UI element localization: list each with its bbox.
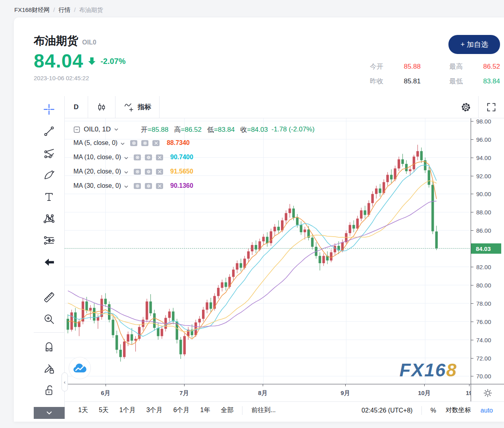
chart-style-button[interactable] <box>88 96 115 118</box>
range-button[interactable]: 1天 <box>78 406 88 415</box>
chevron-down-icon[interactable] <box>124 168 128 175</box>
time-axis-label: 7月 <box>179 389 189 397</box>
ma-settings-icon[interactable] <box>145 169 152 175</box>
goto-date-button[interactable]: 前往到... <box>251 406 275 415</box>
price-axis-label: 80.00 <box>471 281 491 289</box>
gear-icon <box>460 101 472 113</box>
ma-visibility-icon[interactable] <box>130 140 137 146</box>
brush-tool[interactable] <box>42 168 56 181</box>
breadcrumb-item[interactable]: 行情 <box>58 6 70 13</box>
legend-symbol[interactable]: OIL0, 1D <box>84 125 111 133</box>
measure-tool[interactable] <box>42 290 56 304</box>
chart-plot[interactable]: OIL0, 1D 开=85.88高=86.52低=83.84收=84.03 -1… <box>65 118 471 384</box>
crosshair-tool[interactable] <box>42 102 56 116</box>
interval-button[interactable]: D <box>65 96 88 118</box>
time-tick-mark <box>263 384 263 386</box>
range-button[interactable]: 1个月 <box>119 406 136 415</box>
price-axis-label: 74.00 <box>471 336 491 343</box>
tick-mark <box>471 158 473 158</box>
price-axis-label: 70.00 <box>471 372 491 380</box>
ma-label: MA (10, close, 0) <box>73 154 121 161</box>
pattern-tool[interactable] <box>42 212 56 225</box>
ma-remove-icon[interactable] <box>156 169 163 175</box>
chevron-down-icon[interactable] <box>114 128 118 131</box>
ma-visibility-icon[interactable] <box>134 169 141 175</box>
price-axis-label: 98.00 <box>471 118 491 125</box>
collapse-tab-button[interactable]: ‹ <box>62 372 68 391</box>
ma-settings-icon[interactable] <box>141 140 148 146</box>
chevron-down-icon[interactable] <box>124 183 128 190</box>
ma-value: 90.1360 <box>170 182 193 189</box>
range-button[interactable]: 5天 <box>99 406 109 415</box>
price-axis[interactable]: 84.03 98.0096.0094.0092.0090.0088.0086.0… <box>471 118 504 384</box>
trend-line-tool[interactable] <box>42 124 56 138</box>
tick-text: 70.00 <box>476 373 491 380</box>
ma-settings-icon[interactable] <box>145 183 152 189</box>
tick-text: 88.00 <box>476 209 491 216</box>
range-button[interactable]: 全部 <box>221 406 233 415</box>
stat-label: 昨收 <box>370 77 383 86</box>
ma-remove-icon[interactable] <box>152 140 160 146</box>
indicators-button[interactable]: 指标 <box>115 96 159 118</box>
zoom-in-tool[interactable] <box>42 312 56 326</box>
breadcrumb: FX168财经网/行情/布油期货 <box>0 0 504 17</box>
range-button[interactable]: 6个月 <box>173 406 190 415</box>
drawing-mode-lock-tool[interactable] <box>42 361 56 375</box>
percent-scale-button[interactable]: % <box>431 407 436 414</box>
gann-fib-tool[interactable] <box>42 146 56 160</box>
text-tool[interactable] <box>42 190 56 203</box>
breadcrumb-item[interactable]: FX168财经网 <box>14 6 50 13</box>
fullscreen-button[interactable] <box>479 96 504 118</box>
time-axis-label: 8月 <box>258 389 267 397</box>
stat-label: 最低 <box>449 77 463 86</box>
stat-value: 83.84 <box>475 77 500 85</box>
tick-text: 78.00 <box>476 300 491 307</box>
indicators-icon <box>123 102 135 113</box>
tick-mark <box>471 176 473 176</box>
time-tick-mark <box>184 384 185 386</box>
ma-value: 90.7400 <box>170 154 193 161</box>
ma-remove-icon[interactable] <box>156 154 163 160</box>
last-price: 84.04 <box>34 52 83 71</box>
arrow-tool[interactable] <box>42 255 56 269</box>
range-button[interactable]: 1年 <box>200 406 210 415</box>
ma-settings-icon[interactable] <box>145 154 152 160</box>
stat-item: 昨收85.81 <box>370 77 421 86</box>
position-tool[interactable] <box>42 233 56 247</box>
breadcrumb-separator: / <box>74 6 75 13</box>
ma-visibility-icon[interactable] <box>134 183 141 189</box>
ma-visibility-icon[interactable] <box>134 154 141 160</box>
cloud-logo-button[interactable] <box>69 357 91 379</box>
stat-item: 最低83.84 <box>449 77 500 86</box>
collapse-legend-icon[interactable] <box>73 126 80 133</box>
auto-scale-button[interactable]: auto <box>481 407 493 414</box>
tick-mark <box>471 285 473 285</box>
chevron-down-icon[interactable] <box>121 140 125 147</box>
tick-mark <box>471 121 473 121</box>
time-axis[interactable]: 6月7月8月9月10月19 <box>65 384 471 401</box>
range-selector: 1天5天1个月3个月6个月1年全部 <box>78 406 233 415</box>
magnet-tool[interactable] <box>42 339 56 353</box>
tick-text: 92.00 <box>476 173 491 179</box>
range-button[interactable]: 3个月 <box>146 406 163 415</box>
chevron-down-icon[interactable] <box>124 154 128 161</box>
stat-label: 今开 <box>370 62 383 71</box>
chart-settings-button[interactable] <box>454 96 478 118</box>
tick-text: 76.00 <box>476 318 491 325</box>
tick-mark <box>471 230 473 231</box>
legend-ohlc: 开=85.88高=86.52低=83.84收=84.03 <box>141 125 268 134</box>
tick-mark <box>471 303 473 304</box>
price-axis-label: 86.00 <box>471 227 491 234</box>
price-axis-label: 72.00 <box>471 355 491 362</box>
time-axis-label: 19 <box>466 389 471 396</box>
chart-bottom-bar: 1天5天1个月3个月6个月1年全部 前往到... 02:45:26 (UTC+8… <box>65 401 504 419</box>
lock-all-drawings-tool[interactable] <box>42 383 56 397</box>
price-scale-mode-button[interactable] <box>471 384 504 401</box>
collapse-toolbar-button[interactable] <box>34 407 65 419</box>
add-watchlist-button[interactable]: + 加自选 <box>448 35 500 54</box>
ma-remove-icon[interactable] <box>156 183 163 189</box>
chart-top-toolbar: D 指标 <box>65 96 504 118</box>
price-axis-label: 88.00 <box>471 208 491 216</box>
ma-label: MA (5, close, 0) <box>73 139 117 147</box>
log-scale-button[interactable]: 对数坐标 <box>446 406 471 415</box>
